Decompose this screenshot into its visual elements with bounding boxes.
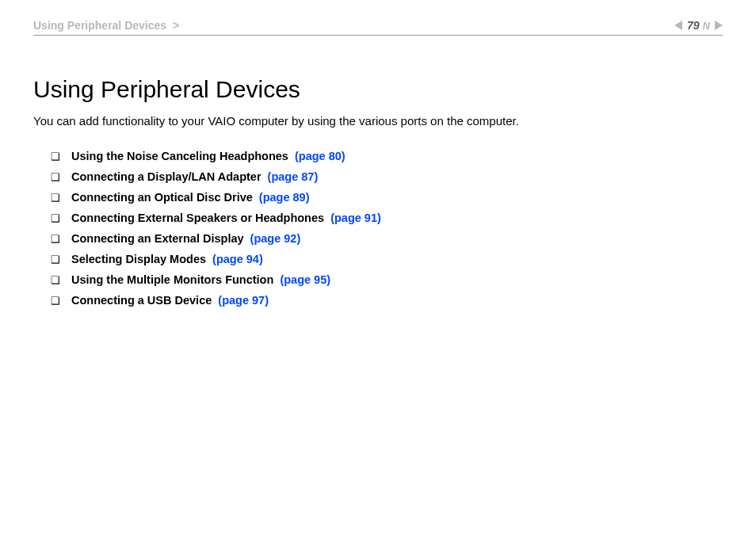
page-number: 79 — [687, 19, 700, 32]
list-item: ❑ Connecting an External Display (page 9… — [51, 232, 723, 245]
toc-page-link[interactable]: (page 95) — [280, 273, 330, 286]
list-item: ❑ Using the Multiple Monitors Function (… — [51, 273, 723, 286]
n-mark: N — [703, 20, 710, 32]
toc-list: ❑ Using the Noise Canceling Headphones (… — [33, 150, 723, 307]
toc-label: Using the Noise Canceling Headphones — [71, 150, 288, 162]
toc-page-link[interactable]: (page 89) — [259, 191, 310, 204]
header-divider — [33, 35, 723, 36]
breadcrumb: Using Peripheral Devices > — [33, 19, 179, 32]
pager: 79 N — [674, 19, 723, 32]
toc-label: Using the Multiple Monitors Function — [71, 273, 273, 286]
toc-page-link[interactable]: (page 97) — [218, 294, 269, 307]
toc-label: Connecting an Optical Disc Drive — [71, 191, 253, 204]
bullet-icon: ❑ — [51, 151, 60, 162]
toc-label: Selecting Display Modes — [71, 253, 206, 265]
bullet-icon: ❑ — [51, 234, 60, 244]
bullet-icon: ❑ — [51, 254, 60, 265]
content-area: Using Peripheral Devices You can add fun… — [33, 76, 723, 315]
toc-page-link[interactable]: (page 92) — [250, 232, 301, 245]
breadcrumb-text: Using Peripheral Devices — [33, 19, 166, 32]
intro-text: You can add functionality to your VAIO c… — [33, 114, 723, 128]
toc-page-link[interactable]: (page 87) — [268, 170, 319, 183]
page-title: Using Peripheral Devices — [33, 76, 723, 103]
bullet-icon: ❑ — [51, 275, 60, 285]
list-item: ❑ Connecting a USB Device (page 97) — [51, 294, 723, 307]
breadcrumb-chevron-icon: > — [173, 19, 179, 32]
toc-page-link[interactable]: (page 80) — [295, 150, 346, 162]
bullet-icon: ❑ — [51, 213, 60, 223]
list-item: ❑ Connecting External Speakers or Headph… — [51, 212, 723, 224]
bullet-icon: ❑ — [51, 193, 60, 203]
bullet-icon: ❑ — [51, 172, 60, 182]
page-header: Using Peripheral Devices > 79 N — [0, 14, 756, 36]
list-item: ❑ Connecting a Display/LAN Adapter (page… — [51, 170, 723, 183]
list-item: ❑ Selecting Display Modes (page 94) — [51, 253, 723, 265]
bullet-icon: ❑ — [51, 296, 60, 306]
toc-label: Connecting a USB Device — [71, 294, 212, 307]
list-item: ❑ Using the Noise Canceling Headphones (… — [51, 150, 723, 162]
toc-page-link[interactable]: (page 91) — [330, 212, 381, 224]
prev-page-icon[interactable] — [674, 21, 682, 30]
toc-label: Connecting an External Display — [71, 232, 244, 245]
next-page-icon[interactable] — [715, 21, 723, 30]
toc-label: Connecting External Speakers or Headphon… — [71, 212, 324, 224]
toc-label: Connecting a Display/LAN Adapter — [71, 170, 262, 183]
toc-page-link[interactable]: (page 94) — [212, 253, 263, 265]
list-item: ❑ Connecting an Optical Disc Drive (page… — [51, 191, 723, 204]
